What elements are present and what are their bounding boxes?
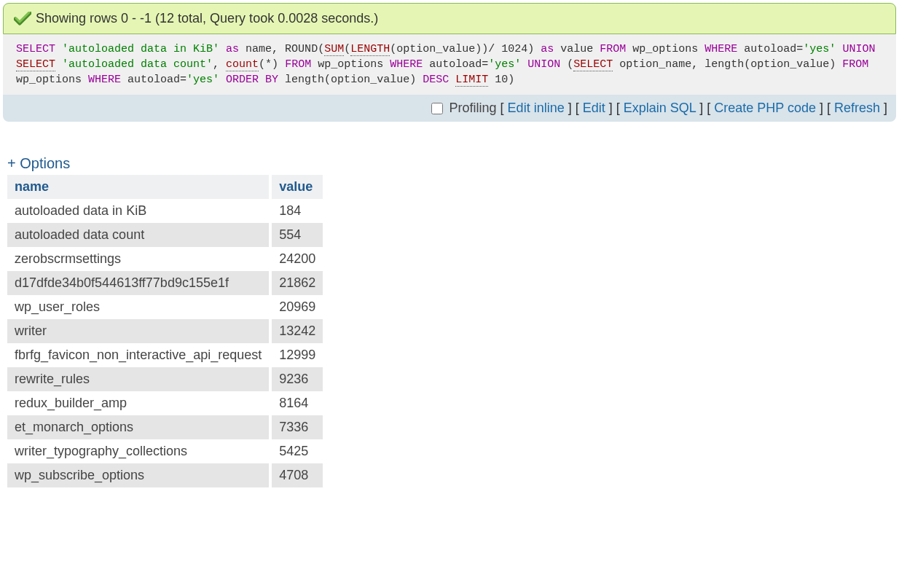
column-header-value[interactable]: value xyxy=(270,175,323,199)
refresh-link[interactable]: Refresh xyxy=(834,101,880,115)
success-check-icon xyxy=(14,12,31,26)
cell-value: 184 xyxy=(270,199,323,223)
sql-token: SELECT xyxy=(16,43,55,55)
table-row: redux_builder_amp8164 xyxy=(7,391,323,415)
cell-name: d17dfde34b0f544613ff77bd9c155e1f xyxy=(7,271,270,295)
cell-value: 12999 xyxy=(270,343,323,367)
table-row: d17dfde34b0f544613ff77bd9c155e1f21862 xyxy=(7,271,323,295)
sql-token: UNION xyxy=(527,58,560,71)
sql-token: SUM xyxy=(324,43,344,56)
sql-token: LIMIT xyxy=(455,74,488,87)
profiling-label: Profiling xyxy=(450,101,497,115)
table-row: autoloaded data count554 xyxy=(7,223,323,247)
cell-value: 21862 xyxy=(270,271,323,295)
sql-token: LENGTH xyxy=(350,43,390,56)
sql-token: as xyxy=(541,43,554,55)
sql-token: wp_options xyxy=(626,43,704,55)
column-header-name[interactable]: name xyxy=(7,175,270,199)
edit-inline-link[interactable]: Edit inline xyxy=(508,101,565,115)
cell-name: autoloaded data in KiB xyxy=(7,199,270,223)
query-info-text: Showing rows 0 - -1 (12 total, Query too… xyxy=(36,11,378,26)
profiling-checkbox[interactable] xyxy=(431,103,443,114)
sql-token: 10) xyxy=(488,74,514,86)
sql-token: WHERE xyxy=(704,43,737,55)
sql-token: (*) xyxy=(259,58,285,71)
results-table: name value autoloaded data in KiB184auto… xyxy=(7,175,323,487)
sql-token: 'yes' xyxy=(803,43,836,55)
options-toggle[interactable]: + Options xyxy=(7,155,70,172)
table-row: writer_typography_collections5425 xyxy=(7,439,323,463)
sql-token: SELECT xyxy=(573,58,613,71)
cell-name: wp_subscribe_options xyxy=(7,463,270,487)
cell-name: et_monarch_options xyxy=(7,415,270,439)
sql-token: FROM xyxy=(285,58,311,71)
cell-name: rewrite_rules xyxy=(7,367,270,391)
sql-token: UNION xyxy=(842,43,875,55)
query-info-box: Showing rows 0 - -1 (12 total, Query too… xyxy=(3,3,896,34)
sql-token: FROM xyxy=(600,43,626,55)
cell-name: autoloaded data count xyxy=(7,223,270,247)
cell-value: 8164 xyxy=(270,391,323,415)
sql-token: 'autoloaded data count' xyxy=(62,58,213,71)
sql-token: ( xyxy=(560,58,573,71)
cell-value: 7336 xyxy=(270,415,323,439)
sql-token: (option_value))/ 1024) xyxy=(390,43,541,55)
sql-token xyxy=(521,58,527,71)
cell-value: 20969 xyxy=(270,295,323,319)
sql-token: wp_options xyxy=(311,58,390,71)
sql-token: count xyxy=(226,58,259,71)
table-row: rewrite_rules9236 xyxy=(7,367,323,391)
sql-token: 'yes' xyxy=(488,58,521,71)
sql-token: , xyxy=(213,58,226,71)
sql-token: FROM xyxy=(842,58,868,71)
sql-token xyxy=(449,74,455,86)
sql-token: DESC xyxy=(423,74,449,86)
sql-token: ( xyxy=(344,43,350,55)
cell-name: wp_user_roles xyxy=(7,295,270,319)
sql-token: autoload= xyxy=(737,43,803,55)
cell-name: redux_builder_amp xyxy=(7,391,270,415)
sql-token: 'yes' xyxy=(187,74,219,86)
cell-value: 4708 xyxy=(270,463,323,487)
cell-value: 13242 xyxy=(270,319,323,343)
sql-token: as xyxy=(226,43,239,55)
sql-token xyxy=(219,43,226,55)
cell-value: 9236 xyxy=(270,367,323,391)
sql-token: ORDER BY xyxy=(226,74,278,86)
sql-token: wp_options xyxy=(16,74,88,86)
sql-token: option_name, length(option_value) xyxy=(613,58,842,71)
create-php-code-link[interactable]: Create PHP code xyxy=(714,101,816,115)
sql-token xyxy=(55,43,62,55)
sql-token: name, ROUND( xyxy=(239,43,324,55)
sql-token: 'autoloaded data in KiB' xyxy=(62,43,219,55)
cell-value: 24200 xyxy=(270,247,323,271)
table-row: wp_subscribe_options4708 xyxy=(7,463,323,487)
sql-token xyxy=(55,58,62,71)
sql-token: autoload= xyxy=(121,74,187,86)
explain-sql-link[interactable]: Explain SQL xyxy=(624,101,696,115)
sql-token: value xyxy=(554,43,600,55)
cell-name: zerobscrmsettings xyxy=(7,247,270,271)
sql-token: autoload= xyxy=(423,58,488,71)
edit-link[interactable]: Edit xyxy=(583,101,605,115)
table-row: autoloaded data in KiB184 xyxy=(7,199,323,223)
query-actions-bar: Profiling [ Edit inline ] [ Edit ] [ Exp… xyxy=(3,95,896,122)
cell-name: fbrfg_favicon_non_interactive_api_reques… xyxy=(7,343,270,367)
sql-token xyxy=(219,74,226,86)
table-row: fbrfg_favicon_non_interactive_api_reques… xyxy=(7,343,323,367)
table-header-row: name value xyxy=(7,175,323,199)
cell-value: 554 xyxy=(270,223,323,247)
sql-token: SELECT xyxy=(16,58,55,71)
sql-token: WHERE xyxy=(88,74,121,86)
table-row: zerobscrmsettings24200 xyxy=(7,247,323,271)
sql-token: length(option_value) xyxy=(278,74,423,86)
table-row: writer13242 xyxy=(7,319,323,343)
sql-query-display: SELECT 'autoloaded data in KiB' as name,… xyxy=(3,34,896,95)
cell-name: writer_typography_collections xyxy=(7,439,270,463)
cell-value: 5425 xyxy=(270,439,323,463)
cell-name: writer xyxy=(7,319,270,343)
sql-token: WHERE xyxy=(390,58,423,71)
table-row: et_monarch_options7336 xyxy=(7,415,323,439)
table-row: wp_user_roles20969 xyxy=(7,295,323,319)
